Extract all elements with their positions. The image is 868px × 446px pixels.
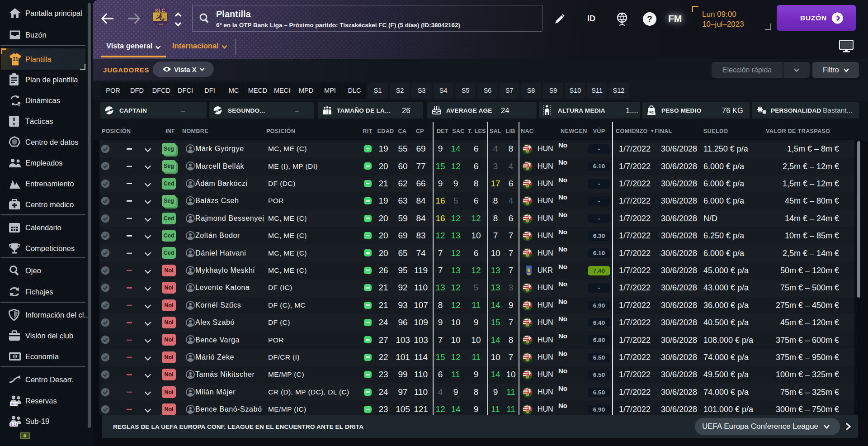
svg-text:kg: kg [649,110,653,114]
svg-text:c: c [108,109,110,112]
svg-text:S-19: S-19 [10,422,18,427]
svg-text:1992: 1992 [157,23,163,26]
svg-text:S: S [14,354,17,359]
svg-text:Res: Res [11,402,17,406]
svg-text:11: 11 [13,56,19,62]
svg-text:vc: vc [216,109,220,112]
svg-text:KLC: KLC [155,8,165,13]
